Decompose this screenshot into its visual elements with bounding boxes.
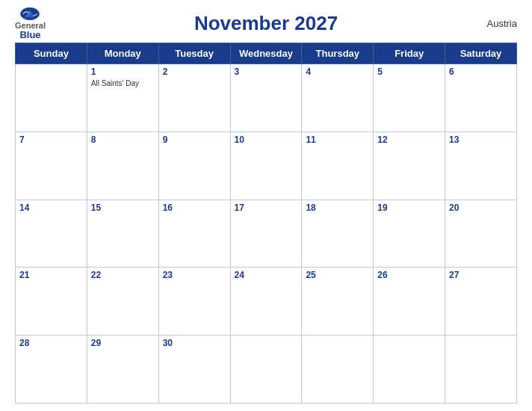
calendar-cell <box>16 64 87 132</box>
calendar-cell <box>230 336 302 404</box>
calendar-cell: 13 <box>445 132 517 200</box>
day-number: 18 <box>306 203 369 213</box>
day-number: 25 <box>306 270 369 280</box>
calendar-cell: 15 <box>87 200 158 268</box>
logo: General Blue <box>15 7 46 39</box>
calendar-cell: 10 <box>230 132 302 200</box>
day-number: 30 <box>163 338 226 348</box>
calendar-cell: 1All Saints' Day <box>87 64 158 132</box>
calendar-week-row: 14151617181920 <box>16 200 517 268</box>
day-number: 10 <box>235 135 298 145</box>
day-number: 23 <box>163 270 226 280</box>
day-number: 2 <box>163 67 226 77</box>
weekday-header-row: SundayMondayTuesdayWednesdayThursdayFrid… <box>16 43 517 64</box>
weekday-header-thursday: Thursday <box>302 43 374 64</box>
calendar-cell: 29 <box>87 336 158 404</box>
day-number: 13 <box>449 135 513 145</box>
day-number: 12 <box>377 135 441 145</box>
calendar-cell: 12 <box>374 132 445 200</box>
calendar-cell <box>374 336 445 404</box>
day-number: 28 <box>19 338 83 348</box>
calendar-cell: 18 <box>302 200 374 268</box>
calendar-cell: 4 <box>302 64 374 132</box>
day-number: 14 <box>19 203 83 213</box>
day-number: 11 <box>306 135 369 145</box>
day-number: 3 <box>235 67 298 77</box>
calendar-cell: 23 <box>158 268 230 336</box>
weekday-header-wednesday: Wednesday <box>230 43 302 64</box>
calendar-cell: 11 <box>302 132 374 200</box>
calendar-cell: 5 <box>374 64 445 132</box>
day-number: 1 <box>91 67 155 77</box>
calendar-cell: 27 <box>445 268 517 336</box>
calendar-week-row: 1All Saints' Day23456 <box>16 64 517 132</box>
calendar-week-row: 282930 <box>16 336 517 404</box>
day-number: 17 <box>235 203 298 213</box>
weekday-header-friday: Friday <box>374 43 445 64</box>
calendar-cell: 3 <box>230 64 302 132</box>
calendar-cell: 7 <box>16 132 87 200</box>
calendar-cell: 22 <box>87 268 158 336</box>
month-title: November 2027 <box>194 12 338 35</box>
day-number: 15 <box>91 203 155 213</box>
calendar: SundayMondayTuesdayWednesdayThursdayFrid… <box>15 43 517 404</box>
weekday-header-tuesday: Tuesday <box>158 43 230 64</box>
weekday-header-monday: Monday <box>87 43 158 64</box>
calendar-cell: 30 <box>158 336 230 404</box>
day-number: 6 <box>449 67 513 77</box>
calendar-cell: 19 <box>374 200 445 268</box>
day-number: 24 <box>235 270 298 280</box>
calendar-cell <box>445 336 517 404</box>
calendar-cell: 2 <box>158 64 230 132</box>
calendar-cell: 24 <box>230 268 302 336</box>
calendar-cell: 8 <box>87 132 158 200</box>
day-number: 22 <box>91 270 155 280</box>
calendar-cell: 17 <box>230 200 302 268</box>
calendar-cell: 20 <box>445 200 517 268</box>
calendar-cell: 9 <box>158 132 230 200</box>
day-number: 29 <box>91 338 155 348</box>
day-number: 4 <box>306 67 369 77</box>
day-number: 16 <box>163 203 226 213</box>
calendar-cell: 28 <box>16 336 87 404</box>
header: General Blue November 2027 Austria <box>15 7 517 38</box>
day-number: 7 <box>19 135 83 145</box>
calendar-cell: 25 <box>302 268 374 336</box>
logo-icon <box>19 7 40 20</box>
day-number: 19 <box>377 203 441 213</box>
day-number: 20 <box>449 203 513 213</box>
calendar-cell: 21 <box>16 268 87 336</box>
calendar-cell: 6 <box>445 64 517 132</box>
calendar-week-row: 21222324252627 <box>16 268 517 336</box>
day-number: 8 <box>91 135 155 145</box>
calendar-cell: 16 <box>158 200 230 268</box>
day-number: 9 <box>163 135 226 145</box>
calendar-body: 1All Saints' Day234567891011121314151617… <box>16 64 517 404</box>
day-number: 21 <box>19 270 83 280</box>
calendar-cell: 14 <box>16 200 87 268</box>
day-number: 5 <box>377 67 441 77</box>
country-label: Austria <box>487 17 517 28</box>
calendar-week-row: 78910111213 <box>16 132 517 200</box>
day-number: 27 <box>449 270 513 280</box>
day-number: 26 <box>377 270 441 280</box>
calendar-cell <box>302 336 374 404</box>
calendar-cell: 26 <box>374 268 445 336</box>
weekday-header-sunday: Sunday <box>16 43 87 64</box>
weekday-header-saturday: Saturday <box>445 43 517 64</box>
day-event: All Saints' Day <box>91 78 155 88</box>
logo-blue-text: Blue <box>19 29 40 39</box>
